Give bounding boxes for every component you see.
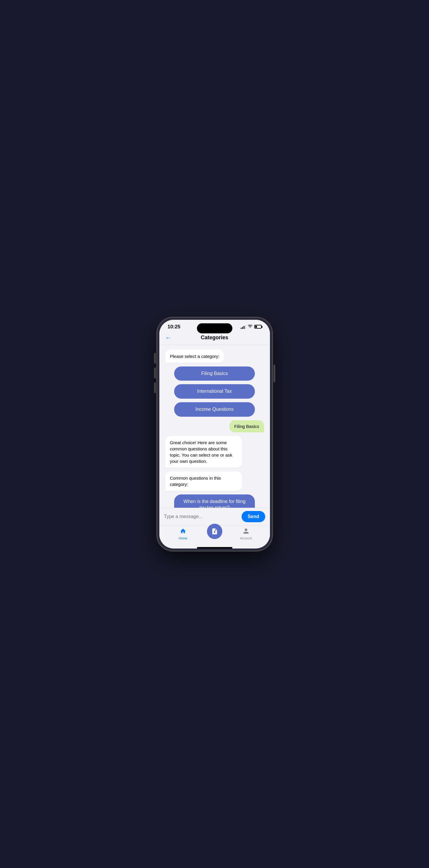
home-indicator [197, 547, 233, 549]
phone-frame: 10:25 [157, 317, 272, 551]
category-international-tax-button[interactable]: International Tax [174, 384, 255, 399]
account-tab-label: Account [240, 536, 252, 540]
user-selection-bubble: Filing Basics [229, 420, 264, 432]
tab-account[interactable]: Account [222, 528, 270, 540]
page-title: Categories [174, 335, 255, 341]
battery-fill [255, 326, 257, 328]
status-time: 10:25 [167, 324, 180, 330]
phone-screen: 10:25 [159, 320, 270, 549]
signal-bar-2 [242, 327, 243, 329]
bot-response-1-bubble: Great choice! Here are some common quest… [165, 436, 242, 468]
wifi-icon [248, 324, 252, 329]
tab-home[interactable]: Home [159, 528, 207, 540]
upload-icon [211, 528, 218, 535]
dynamic-island [197, 323, 233, 333]
signal-bar-1 [241, 328, 242, 329]
home-icon [180, 528, 186, 535]
category-income-questions-button[interactable]: Income Questions [174, 402, 255, 417]
question-1-button[interactable]: When is the deadline for filing my tax r… [174, 494, 255, 508]
back-button[interactable]: ← [165, 335, 172, 341]
input-area: Send [159, 508, 270, 525]
signal-bar-3 [244, 326, 245, 329]
category-filing-basics-button[interactable]: Filing Basics [174, 367, 255, 381]
upload-button[interactable] [207, 524, 222, 539]
signal-icon [241, 325, 246, 329]
account-icon [243, 528, 249, 535]
header: ← Categories [159, 332, 270, 345]
prompt-bubble: Please select a category: [165, 350, 224, 363]
tab-bar: Home Account [159, 525, 270, 546]
message-input[interactable] [164, 514, 239, 519]
signal-bar-4 [245, 325, 246, 329]
status-icons [241, 324, 262, 329]
send-button[interactable]: Send [242, 511, 265, 522]
bot-response-2-bubble: Common questions in this category: [165, 471, 242, 491]
battery-icon [254, 325, 262, 329]
chat-area: Please select a category: Filing Basics … [159, 345, 270, 508]
home-tab-label: Home [179, 536, 187, 540]
